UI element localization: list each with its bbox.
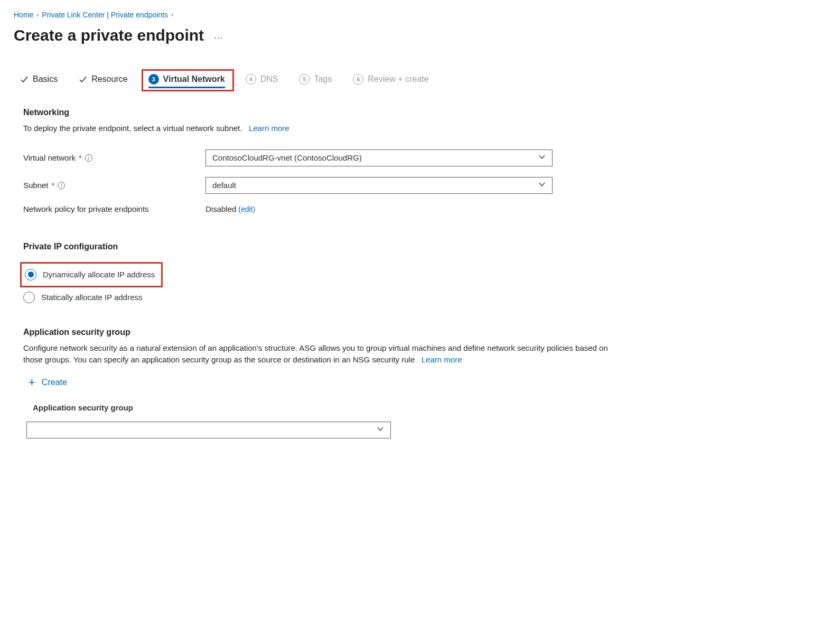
required-icon: * [79,153,82,162]
breadcrumb: Home › Private Link Center | Private end… [14,11,818,19]
chevron-down-icon [538,153,546,162]
more-actions-icon[interactable]: … [213,30,224,41]
subnet-label: Subnet * i [23,181,205,190]
network-policy-value: Disabled [205,204,236,213]
dropdown-value: default [212,181,236,190]
network-policy-row: Network policy for private endpoints Dis… [23,204,615,213]
tab-virtual-network[interactable]: 3 Virtual Network [142,69,234,91]
checkmark-icon [79,75,87,83]
subnet-row: Subnet * i default [23,177,615,194]
tab-review-create[interactable]: 6 Review + create [351,70,431,89]
label-text: Network policy for private endpoints [23,204,149,213]
breadcrumb-home[interactable]: Home [14,11,33,19]
ip-config-radio-group: Dynamically allocate IP address Statical… [23,262,615,306]
virtual-network-dropdown[interactable]: ContosoCloudRG-vnet (ContosoCloudRG) [205,150,553,166]
asg-dropdown[interactable] [26,422,391,438]
info-icon[interactable]: i [58,182,65,189]
tab-label: DNS [260,74,278,84]
chevron-right-icon: › [36,11,39,18]
tab-label: Virtual Network [163,74,225,84]
radio-label: Dynamically allocate IP address [43,270,155,279]
step-number-icon: 5 [299,74,310,85]
tab-tags[interactable]: 5 Tags [297,70,334,89]
tab-label: Review + create [368,74,428,84]
networking-learn-more-link[interactable]: Learn more [249,124,289,133]
tab-dns[interactable]: 4 DNS [244,70,281,89]
asg-create-button[interactable]: + Create [29,377,67,388]
tab-label: Basics [33,74,58,84]
networking-description-text: To deploy the private endpoint, select a… [23,124,242,133]
tab-resource[interactable]: Resource [77,70,129,88]
breadcrumb-private-link[interactable]: Private Link Center | Private endpoints [42,11,168,19]
network-policy-edit-link[interactable]: (edit) [238,205,255,213]
plus-icon: + [29,377,35,388]
radio-dynamic-ip[interactable]: Dynamically allocate IP address [25,266,155,284]
radio-icon [25,269,36,281]
label-text: Subnet [23,181,49,190]
virtual-network-row: Virtual network * i ContosoCloudRG-vnet … [23,150,615,166]
radio-static-ip[interactable]: Statically allocate IP address [23,288,615,306]
tab-label: Resource [91,74,127,84]
chevron-down-icon [377,425,384,434]
tab-label: Tags [314,74,332,84]
step-number-icon: 4 [246,74,256,85]
checkmark-icon [20,75,29,83]
asg-heading: Application security group [23,328,615,337]
networking-heading: Networking [23,108,615,117]
step-number-icon: 6 [353,74,363,85]
networking-description: To deploy the private endpoint, select a… [23,123,615,135]
asg-description-text: Configure network security as a natural … [23,343,608,365]
asg-description: Configure network security as a natural … [23,342,615,366]
ip-config-heading: Private IP configuration [23,242,615,251]
page-title-row: Create a private endpoint … [14,26,818,44]
step-number-icon: 3 [148,74,159,85]
radio-label: Statically allocate IP address [41,293,143,302]
radio-icon [23,292,35,303]
wizard-tabs: Basics Resource 3 Virtual Network 4 DNS … [18,70,818,89]
info-icon[interactable]: i [85,154,92,162]
create-label: Create [42,378,67,387]
chevron-right-icon: › [171,11,173,18]
chevron-down-icon [538,181,546,190]
dropdown-value: ContosoCloudRG-vnet (ContosoCloudRG) [212,153,362,162]
tab-basics[interactable]: Basics [18,70,60,88]
network-policy-label: Network policy for private endpoints [23,204,205,213]
page-title: Create a private endpoint [14,26,204,44]
required-icon: * [52,181,55,190]
subnet-dropdown[interactable]: default [205,177,553,194]
asg-learn-more-link[interactable]: Learn more [422,355,462,364]
label-text: Virtual network [23,153,76,162]
asg-dropdown-label: Application security group [33,403,615,412]
virtual-network-label: Virtual network * i [23,153,205,162]
